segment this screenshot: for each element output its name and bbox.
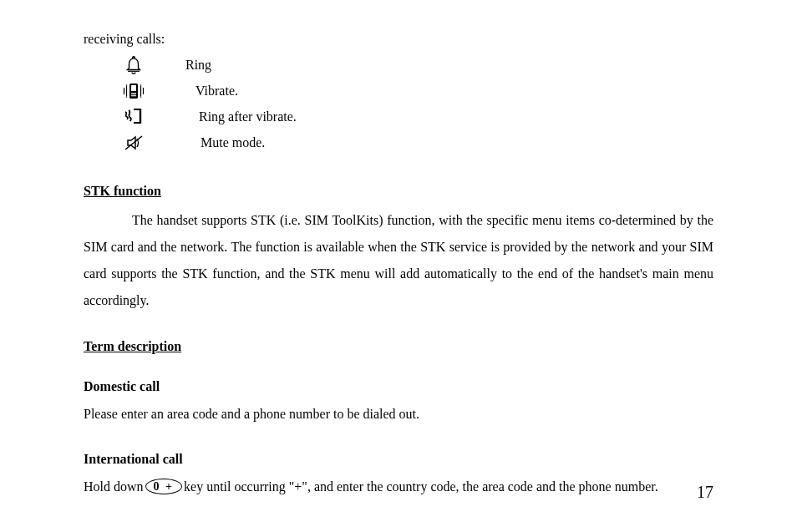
svg-point-3	[131, 93, 133, 94]
international-call-heading: International call	[84, 452, 713, 467]
svg-point-6	[131, 94, 133, 96]
ring-mode-item: Mute mode.	[84, 129, 713, 155]
ring-mode-item: Ring	[84, 52, 713, 78]
zero-plus-key-icon: 0 +	[145, 479, 182, 494]
term-description-heading: Term description	[84, 339, 713, 354]
document-page: receiving calls: Ring	[0, 0, 797, 499]
intl-prefix: Hold down	[84, 475, 144, 499]
stk-text-content: The handset supports STK (i.e. SIM ToolK…	[84, 213, 713, 307]
vibrate-icon	[84, 82, 184, 100]
mute-icon	[84, 134, 184, 152]
svg-point-5	[135, 93, 136, 94]
bell-icon	[84, 56, 184, 74]
domestic-call-text: Please enter an area code and a phone nu…	[84, 403, 713, 427]
svg-point-15	[140, 84, 142, 86]
ring-mode-item: Vibrate.	[84, 78, 713, 104]
stk-function-heading: STK function	[84, 184, 713, 199]
ring-mode-list: Ring	[84, 52, 713, 155]
page-number: 17	[697, 483, 713, 502]
svg-point-14	[126, 96, 128, 98]
international-call-text: Hold down 0 + key until occurring "+", a…	[84, 475, 713, 499]
mute-label: Mute mode.	[184, 135, 265, 150]
ring-mode-item: Ring after vibrate.	[84, 104, 713, 129]
vibrate-label: Vibrate.	[184, 84, 238, 99]
svg-rect-2	[131, 85, 136, 91]
receiving-calls-intro: receiving calls:	[84, 32, 713, 47]
stk-function-text: The handset supports STK (i.e. SIM ToolK…	[84, 207, 713, 314]
svg-point-4	[133, 93, 135, 94]
ring-after-vibrate-label: Ring after vibrate.	[184, 109, 297, 124]
domestic-call-heading: Domestic call	[84, 379, 713, 394]
svg-point-7	[133, 94, 135, 96]
svg-point-16	[140, 96, 142, 98]
ring-label: Ring	[184, 58, 211, 73]
svg-point-8	[135, 94, 136, 96]
ring-after-vibrate-icon	[84, 108, 184, 126]
svg-point-13	[126, 84, 128, 86]
intl-suffix: key until occurring "+", and enter the c…	[184, 475, 658, 499]
